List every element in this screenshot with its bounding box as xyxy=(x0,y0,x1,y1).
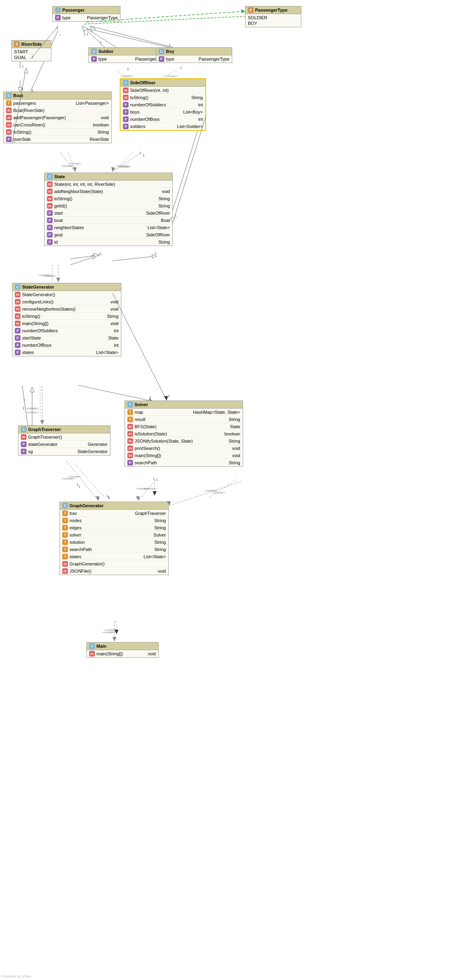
class-stategenerator-title: StateGenerator xyxy=(22,285,54,289)
sg-row-numboys: P numberOfBoys int xyxy=(12,342,121,349)
class-stategenerator-header: C StateGenerator xyxy=(12,283,121,291)
solver-row-jsonify: m JSONifySolution(State, State) String xyxy=(125,437,243,445)
solver-map-name: map xyxy=(135,410,192,415)
badge-solver: C xyxy=(127,402,133,407)
badge-f: f xyxy=(62,547,68,552)
solver-issolution-name: isSolution(State) xyxy=(135,431,223,436)
gt-stategenerator-name: stateGenerator xyxy=(28,442,86,447)
gg-solution-type: String xyxy=(154,540,166,545)
badge-m: m xyxy=(127,424,133,429)
state-addneighbor-type: void xyxy=(162,189,170,194)
badge-main: C xyxy=(89,643,95,649)
badge-graphgenerator: C xyxy=(62,503,68,508)
badge-m: m xyxy=(47,203,53,209)
badge-p: P xyxy=(15,335,20,341)
gg-edges-name: edges xyxy=(70,525,153,530)
svg-text:«create»: «create» xyxy=(26,407,39,410)
badge-p: P xyxy=(21,441,27,447)
class-main: C Main m main(String[]) void xyxy=(86,642,159,658)
gg-nodes-type: String xyxy=(154,518,166,523)
badge-p: P xyxy=(15,350,20,355)
svg-text:1: 1 xyxy=(156,478,158,482)
solver-issolution-type: boolean xyxy=(225,431,240,436)
sor-numsoldiers-name: numberOfSoldiers xyxy=(130,102,196,107)
sg-configurelinks-type: void xyxy=(110,299,119,304)
gg-solver-type: Solver xyxy=(153,533,166,537)
class-passengertype-header: E PassengerType xyxy=(245,6,301,14)
boat-row-riverside: P riverSide RiverSide xyxy=(4,136,111,143)
svg-text:«create»: «create» xyxy=(119,165,131,169)
svg-text:«create»: «create» xyxy=(165,74,178,78)
svg-text:*: * xyxy=(59,34,61,38)
gg-row-solver: f solver Solver xyxy=(60,531,168,539)
svg-line-22 xyxy=(68,152,74,169)
svg-line-61 xyxy=(82,26,117,47)
badge-p: P xyxy=(6,136,12,142)
svg-line-64 xyxy=(90,26,173,47)
badge-m: m xyxy=(127,453,133,458)
class-passenger-body: P type PassengerType xyxy=(53,14,120,21)
solver-searchpath-name: searchPath xyxy=(135,460,227,465)
boy-type-type: PassengerType xyxy=(199,57,229,61)
svg-text:1: 1 xyxy=(98,253,100,257)
class-state: C State m State(int, int, int, int, Rive… xyxy=(44,173,173,246)
gg-trav-name: trav xyxy=(70,511,133,516)
gg-row-jsonfile: m JSONFile() void xyxy=(60,567,168,575)
gg-jsonfile-name: JSONFile() xyxy=(70,569,156,573)
class-boat-header: C Boat xyxy=(4,92,111,100)
badge-p: P xyxy=(47,239,53,245)
gg-solution-name: solution xyxy=(70,540,153,545)
class-soldier-title: Soldier xyxy=(98,49,113,54)
badge-m: m xyxy=(62,561,68,567)
badge-p: P xyxy=(47,210,53,216)
svg-text:«create»: «create» xyxy=(117,164,129,168)
gg-row-nodes: f nodes String xyxy=(60,517,168,524)
sg-numboys-name: numberOfBoys xyxy=(22,343,112,348)
class-boy-header: C Boy xyxy=(156,48,232,55)
svg-text:1: 1 xyxy=(175,213,177,218)
class-boy: C Boy P type PassengerType xyxy=(156,47,232,63)
class-boy-title: Boy xyxy=(166,49,174,54)
svg-text:«create»: «create» xyxy=(26,411,39,414)
svg-line-43 xyxy=(74,464,102,496)
sg-startstate-type: State xyxy=(108,335,119,340)
svg-marker-60 xyxy=(241,9,245,13)
solver-result-name: result xyxy=(135,417,227,422)
sg-states-type: List<State> xyxy=(96,350,119,355)
badge-p: P xyxy=(15,342,20,348)
boat-row-addpassenger: m addPassenger(Passenger) void xyxy=(4,114,111,121)
class-passenger-header: i Passenger xyxy=(53,6,120,14)
state-getid-name: getId() xyxy=(54,203,157,208)
class-passengertype-title: PassengerType xyxy=(255,8,288,12)
svg-marker-73 xyxy=(73,167,77,172)
class-passengertype: E PassengerType SOLDIER BOY xyxy=(245,6,301,27)
boat-ctor-name: Boat(RiverSide) xyxy=(13,108,109,113)
badge-m: m xyxy=(15,306,20,312)
sor-numboys-type: int xyxy=(198,117,203,122)
badge-m: m xyxy=(47,181,53,187)
gt-ctor-name: GraphTraverser() xyxy=(28,435,108,439)
sg-row-main: m main(String[]) void xyxy=(12,320,121,327)
solver-printsearch-name: printSearch() xyxy=(135,446,231,451)
class-riverside-header: E RiverSide xyxy=(12,41,51,48)
badge-m: m xyxy=(123,95,129,100)
class-sideofrifer-header: C SideOfRiver xyxy=(121,79,205,87)
state-row-goal: P goal SideOfRiver xyxy=(45,231,172,238)
passenger-type-name: type xyxy=(62,15,86,20)
sor-boys-name: boys xyxy=(130,110,182,114)
class-riverside-body: START GOAL xyxy=(12,48,51,61)
badge-soldier: C xyxy=(91,49,97,54)
svg-marker-76 xyxy=(111,167,115,172)
badge-stategenerator: C xyxy=(15,284,20,290)
svg-text:«create»: «create» xyxy=(104,628,117,632)
connector-arrows: 1 1 1 1 «create» «create» 1 1 «create» 1 xyxy=(0,0,462,980)
gg-row-searchpath: f searchPath String xyxy=(60,546,168,553)
state-boat-name: boat xyxy=(54,218,159,223)
svg-text:1: 1 xyxy=(180,66,182,70)
svg-line-10 xyxy=(161,70,177,78)
class-graphtraverser-title: GraphTraverser xyxy=(28,427,61,432)
badge-p: P xyxy=(91,56,97,62)
badge-m: m xyxy=(89,651,95,657)
sor-tostring-name: toString() xyxy=(130,95,190,100)
svg-marker-84 xyxy=(56,278,60,282)
